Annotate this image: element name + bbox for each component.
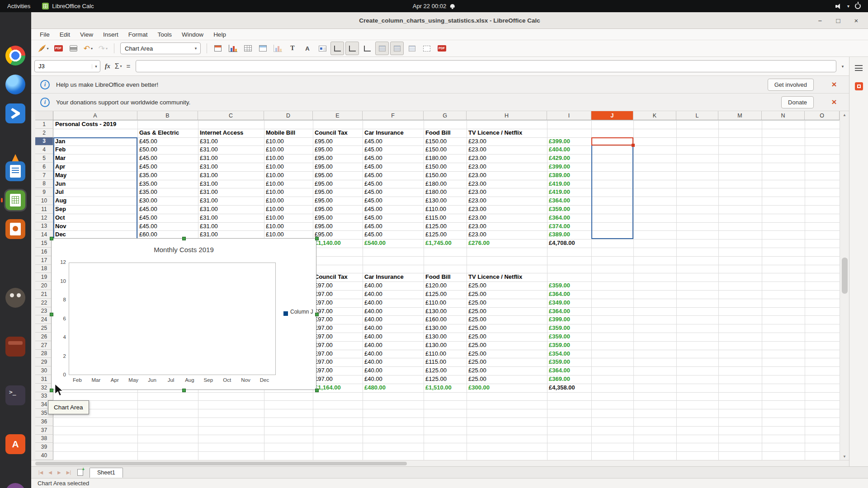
column-header-H[interactable]: H: [467, 111, 547, 120]
all-axes-button[interactable]: [360, 42, 374, 55]
cell-C9[interactable]: £31.00: [200, 188, 262, 197]
cell-G15[interactable]: £1,745.00: [425, 239, 465, 248]
cell-E2[interactable]: Council Tax: [315, 129, 361, 137]
cell-H27[interactable]: £25.00: [468, 341, 545, 350]
cell-H22[interactable]: £25.00: [468, 299, 545, 307]
cell-C10[interactable]: £31.00: [200, 197, 262, 205]
cell-E6[interactable]: £95.00: [315, 163, 361, 171]
data-table-button[interactable]: [241, 42, 255, 55]
cell-A9[interactable]: Jul: [55, 188, 136, 197]
cell-D7[interactable]: £10.00: [266, 171, 311, 180]
selection-handle[interactable]: [315, 389, 319, 392]
cell-I9[interactable]: £419.00: [549, 188, 590, 197]
dock-chrome[interactable]: [5, 46, 25, 66]
cell-E30[interactable]: £97.00: [315, 366, 361, 375]
cell-H14[interactable]: £23.00: [468, 230, 545, 239]
cell-I30[interactable]: £364.00: [549, 366, 590, 375]
cell-I14[interactable]: £389.00: [549, 230, 590, 239]
cell-I24[interactable]: £399.00: [549, 315, 590, 324]
cell-H24[interactable]: £25.00: [468, 315, 545, 324]
row-header-36[interactable]: 36: [35, 418, 53, 426]
cell-A7[interactable]: May: [55, 171, 136, 180]
row-header-4[interactable]: 4: [35, 145, 53, 154]
maximize-button[interactable]: □: [833, 15, 844, 26]
cell-F13[interactable]: £45.00: [364, 222, 422, 231]
cell-G2[interactable]: Food Bill: [425, 129, 465, 137]
cell-F22[interactable]: £40.00: [364, 299, 422, 307]
cell-C5[interactable]: £31.00: [200, 154, 262, 163]
format-selection-button[interactable]: [211, 42, 225, 55]
cell-D12[interactable]: £10.00: [266, 214, 311, 222]
cell-G23[interactable]: £130.00: [425, 307, 465, 316]
cell-C4[interactable]: £31.00: [200, 145, 262, 154]
horizontal-scrollbar[interactable]: [31, 460, 849, 466]
name-box-input[interactable]: [35, 63, 92, 70]
cell-F21[interactable]: £40.00: [364, 290, 422, 299]
cell-D2[interactable]: Mobile Bill: [266, 129, 311, 137]
cell-E31[interactable]: £97.00: [315, 375, 361, 384]
cell-I26[interactable]: £359.00: [549, 333, 590, 341]
cell-D6[interactable]: £10.00: [266, 163, 311, 171]
cell-I10[interactable]: £364.00: [549, 197, 590, 205]
cell-F14[interactable]: £45.00: [364, 230, 422, 239]
column-header-M[interactable]: M: [718, 111, 762, 120]
cell-E10[interactable]: £95.00: [315, 197, 361, 205]
cell-E14[interactable]: £95.00: [315, 230, 361, 239]
cell-E5[interactable]: £95.00: [315, 154, 361, 163]
dock-libreoffice-writer[interactable]: [5, 161, 25, 181]
scroll-up-icon[interactable]: ▲: [840, 111, 849, 118]
close-infobar-icon[interactable]: ×: [829, 80, 839, 89]
fill-handle[interactable]: [632, 144, 635, 147]
column-header-N[interactable]: N: [762, 111, 805, 120]
spreadsheet-grid[interactable]: ABCDEFGHIJKLMNO1234567891011121314151617…: [35, 111, 840, 460]
cell-I11[interactable]: £359.00: [549, 205, 590, 214]
cell-B10[interactable]: £30.00: [139, 197, 196, 205]
cell-I13[interactable]: £374.00: [549, 222, 590, 231]
cell-B13[interactable]: £45.00: [139, 222, 196, 231]
cell-H28[interactable]: £25.00: [468, 350, 545, 358]
cell-G11[interactable]: £110.00: [425, 205, 465, 214]
chevron-down-icon[interactable]: ▾: [191, 46, 200, 51]
cell-H6[interactable]: £23.00: [468, 163, 545, 171]
row-header-24[interactable]: 24: [35, 315, 53, 324]
sheet-tab-sheet1[interactable]: Sheet1: [90, 468, 123, 478]
cell-H19[interactable]: TV Licence / Netflix: [468, 273, 545, 282]
cell-H32[interactable]: £300.00: [468, 384, 545, 392]
dock-libreoffice-calc[interactable]: [5, 190, 25, 210]
title-bar[interactable]: Create_column_charts_using_statistics.xl…: [31, 12, 868, 29]
row-header-6[interactable]: 6: [35, 163, 53, 171]
cell-F3[interactable]: £45.00: [364, 137, 422, 146]
cell-H12[interactable]: £23.00: [468, 214, 545, 222]
close-button[interactable]: ×: [851, 15, 862, 26]
redo-button[interactable]: ↷▾: [96, 42, 110, 55]
row-header-28[interactable]: 28: [35, 350, 53, 358]
cell-G19[interactable]: Food Bill: [425, 273, 465, 282]
row-header-1[interactable]: 1: [35, 120, 53, 129]
row-header-17[interactable]: 17: [35, 256, 53, 265]
cell-G13[interactable]: £125.00: [425, 222, 465, 231]
cell-E26[interactable]: £97.00: [315, 333, 361, 341]
cell-A5[interactable]: Mar: [55, 154, 136, 163]
dock-libreoffice-impress[interactable]: [5, 219, 25, 239]
sidebar-settings-icon[interactable]: [855, 65, 863, 71]
cell-F19[interactable]: Car Insurance: [364, 273, 422, 282]
dock-firefox[interactable]: [5, 75, 25, 94]
cell-H3[interactable]: £23.00: [468, 137, 545, 146]
donate-button[interactable]: Donate: [781, 96, 814, 108]
cell-H30[interactable]: £25.00: [468, 366, 545, 375]
cell-G25[interactable]: £130.00: [425, 324, 465, 333]
cell-D9[interactable]: £10.00: [266, 188, 311, 197]
get-involved-button[interactable]: Get involved: [768, 79, 814, 91]
cell-I27[interactable]: £359.00: [549, 341, 590, 350]
cell-F9[interactable]: £45.00: [364, 188, 422, 197]
cell-H13[interactable]: £23.00: [468, 222, 545, 231]
selection-handle[interactable]: [50, 237, 53, 240]
cell-G28[interactable]: £110.00: [425, 350, 465, 358]
legend-on-off-button[interactable]: [316, 42, 329, 55]
row-header-22[interactable]: 22: [35, 299, 53, 307]
menu-file[interactable]: File: [35, 29, 55, 40]
cell-E27[interactable]: £97.00: [315, 341, 361, 350]
cell-A6[interactable]: Apr: [55, 163, 136, 171]
row-header-2[interactable]: 2: [35, 129, 53, 137]
cell-G5[interactable]: £180.00: [425, 154, 465, 163]
